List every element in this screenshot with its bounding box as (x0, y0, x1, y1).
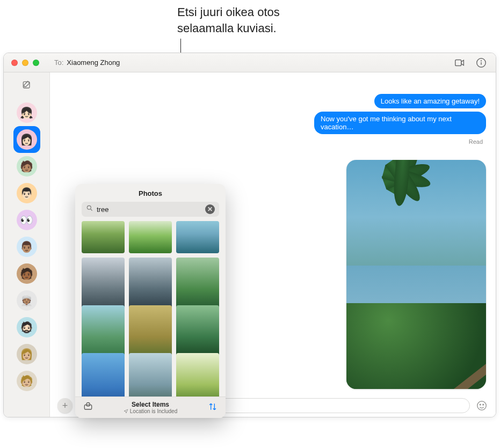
callout-label: Etsi juuri oikea otos selaamalla kuviasi… (177, 4, 280, 36)
svg-point-5 (477, 401, 487, 410)
photos-grid[interactable] (75, 221, 226, 396)
photos-popover-footer: Select Items Location is Included (75, 396, 226, 418)
avatar: 👀 (17, 210, 37, 230)
close-window-button[interactable] (11, 60, 18, 66)
compose-button[interactable] (19, 78, 34, 93)
select-items-label: Select Items (132, 401, 169, 408)
avatar: 🧑🏼 (17, 371, 37, 391)
message-bubble[interactable]: Looks like an amazing getaway! (374, 94, 486, 108)
facetime-video-icon[interactable] (454, 57, 466, 69)
avatar: 👩🏻 (17, 129, 37, 150)
titlebar: To: Xiaomeng Zhong (4, 53, 496, 72)
svg-point-6 (480, 404, 481, 405)
photo-thumbnail[interactable] (176, 221, 219, 253)
photos-popover-title: Photos (75, 184, 226, 202)
emoji-picker-icon[interactable] (475, 399, 488, 412)
avatar: 👨🏻 (17, 183, 37, 203)
conversations-sidebar: 👧🏻👩🏻🧑🏽👨🏻👀👨🏽🧑🏾👳🏽🧔🏻👩🏼🧑🏼 (4, 72, 50, 417)
conversation-item[interactable]: 🧔🏻 (13, 314, 40, 341)
avatar: 👧🏻 (17, 102, 37, 123)
avatar: 🧑🏽 (17, 156, 37, 177)
svg-rect-0 (455, 60, 461, 65)
conversation-item[interactable]: 👨🏻 (13, 180, 40, 207)
search-icon (86, 204, 93, 214)
conversation-item[interactable]: 👳🏽 (13, 287, 40, 314)
avatar: 🧔🏻 (17, 317, 37, 337)
memoji-stickers-icon[interactable] (83, 401, 93, 414)
avatar: 🧑🏾 (17, 263, 37, 284)
window-controls (4, 60, 50, 66)
avatar: 👩🏼 (17, 344, 37, 364)
svg-rect-10 (84, 405, 91, 409)
avatar: 👳🏽 (17, 290, 37, 311)
conversation-item[interactable]: 👨🏽 (13, 233, 40, 260)
svg-point-7 (483, 404, 484, 405)
conversation-item[interactable]: 👧🏻 (13, 99, 40, 126)
recipient-name: Xiaomeng Zhong (67, 58, 120, 67)
image-message[interactable] (346, 160, 486, 389)
to-field[interactable]: To: Xiaomeng Zhong (50, 58, 454, 67)
callout-line1: Etsi juuri oikea otos (177, 4, 280, 20)
to-label: To: (54, 58, 63, 67)
photo-thumbnail[interactable] (82, 353, 125, 396)
svg-point-11 (86, 402, 90, 406)
conversation-item[interactable]: 👩🏻 (13, 126, 40, 153)
photo-thumbnail[interactable] (129, 221, 172, 253)
photos-search-field[interactable]: tree ✕ (82, 202, 219, 217)
read-receipt: Read (469, 138, 486, 145)
svg-line-9 (91, 209, 92, 211)
avatar: 👨🏽 (17, 237, 37, 257)
conversation-item[interactable]: 🧑🏽 (13, 153, 40, 180)
minimize-window-button[interactable] (22, 60, 28, 66)
decorative (346, 174, 486, 389)
photo-thumbnail[interactable] (129, 353, 172, 396)
conversation-item[interactable]: 🧑🏾 (13, 260, 40, 287)
conversation-item[interactable]: 👀 (13, 207, 40, 233)
details-info-icon[interactable] (475, 57, 487, 69)
photo-thumbnail[interactable] (176, 353, 219, 396)
location-included-label: Location is Included (124, 408, 177, 414)
photos-search-value: tree (97, 205, 202, 214)
apps-plus-button[interactable]: + (57, 398, 73, 413)
svg-point-3 (481, 60, 482, 61)
callout-line2: selaamalla kuviasi. (177, 20, 280, 36)
conversation-item[interactable]: 🧑🏼 (13, 368, 40, 394)
photo-thumbnail[interactable] (82, 221, 125, 253)
fullscreen-window-button[interactable] (33, 60, 39, 66)
clear-search-icon[interactable]: ✕ (205, 204, 215, 214)
message-bubble[interactable]: Now you've got me thinking about my next… (314, 112, 486, 134)
sort-toggle-icon[interactable] (207, 401, 218, 414)
conversation-item[interactable]: 👩🏼 (13, 341, 40, 368)
photos-popover: Photos tree ✕ Select Items Location is I… (75, 184, 226, 418)
svg-point-8 (87, 205, 91, 209)
